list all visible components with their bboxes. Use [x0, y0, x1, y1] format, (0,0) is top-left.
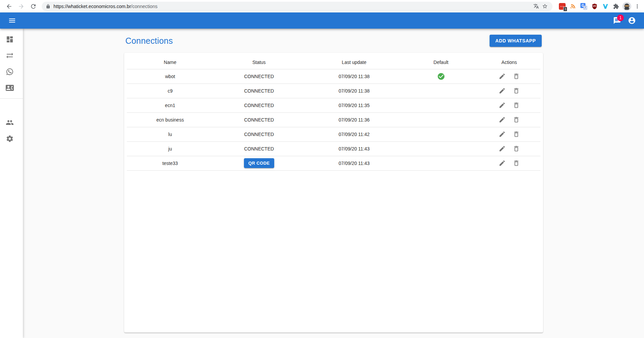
cell-actions	[478, 156, 540, 170]
cell-name: ju	[127, 141, 214, 156]
hamburger-menu-icon	[8, 16, 16, 25]
qr-code-button[interactable]: QR CODE	[244, 158, 274, 168]
edit-pencil-icon	[499, 145, 506, 152]
extensions-puzzle-button[interactable]	[612, 2, 620, 11]
cell-name: ecn business	[127, 112, 214, 127]
cell-default	[404, 141, 478, 156]
edit-connection-button[interactable]	[497, 100, 507, 110]
delete-trash-icon	[513, 116, 520, 123]
cell-status: QR CODE	[214, 156, 305, 170]
delete-connection-button[interactable]	[511, 86, 521, 96]
table-row: teste33 QR CODE 07/09/20 11:43	[127, 156, 540, 170]
column-header-status: Status	[214, 56, 305, 69]
back-arrow-icon	[6, 3, 12, 10]
dashboard-icon	[6, 35, 14, 43]
table-row: ecn business CONNECTED 07/09/20 11:36	[127, 112, 540, 127]
edit-connection-button[interactable]	[497, 158, 507, 168]
cell-name: wbot	[127, 69, 214, 83]
edit-connection-button[interactable]	[497, 71, 507, 81]
drawer-menu-button[interactable]	[5, 13, 20, 28]
delete-connection-button[interactable]	[511, 144, 521, 154]
delete-connection-button[interactable]	[511, 115, 521, 125]
blue-v-icon: V↓	[603, 3, 608, 10]
cell-status: CONNECTED	[214, 83, 305, 98]
blue-v-extension-button[interactable]: V↓	[601, 2, 610, 11]
column-header-default: Default	[404, 56, 478, 69]
edit-pencil-icon	[499, 73, 506, 80]
edit-pencil-icon	[499, 116, 506, 123]
account-menu-button[interactable]	[624, 13, 639, 28]
translate-page-button[interactable]	[532, 2, 540, 11]
table-row: c9 CONNECTED 07/09/20 11:38	[127, 83, 540, 98]
forward-arrow-icon	[18, 3, 25, 10]
delete-trash-icon	[513, 102, 520, 109]
connections-table: NameStatusLast updateDefaultActions wbot…	[127, 56, 540, 171]
star-icon	[542, 3, 548, 9]
translate-extension-icon: G文	[580, 3, 587, 10]
reload-icon	[30, 3, 37, 10]
contact-phone-icon	[6, 84, 14, 92]
sidebar-item-connections[interactable]	[0, 47, 23, 64]
browser-forward-button[interactable]	[15, 1, 27, 12]
ublock-shield-icon: UO	[591, 3, 598, 10]
cell-default	[404, 127, 478, 141]
bookmark-star-button[interactable]	[540, 2, 549, 11]
edit-pencil-icon	[499, 102, 506, 109]
address-bar[interactable]: https://whaticket.economicros.com.br/con…	[42, 2, 552, 11]
browser-back-button[interactable]	[3, 1, 15, 12]
browser-menu-kebab-button[interactable]	[633, 2, 641, 11]
cell-actions	[478, 69, 540, 83]
browser-toolbar: https://whaticket.economicros.com.br/con…	[0, 0, 644, 12]
cell-last-update: 07/09/20 11:42	[305, 127, 404, 141]
translate-extension-button[interactable]: G文	[579, 2, 588, 11]
red-ellipsis-extension-button[interactable]: ... 3	[558, 2, 567, 11]
settings-gear-icon	[6, 135, 14, 143]
url-origin: https://whaticket.economicros.com.br	[53, 4, 131, 9]
sidebar-item-dashboard[interactable]	[0, 31, 23, 47]
sidebar-item-settings[interactable]	[0, 131, 23, 147]
puzzle-icon	[613, 3, 619, 9]
add-whatsapp-button[interactable]: ADD WHATSAPP	[490, 35, 542, 47]
sidebar-item-tickets[interactable]	[0, 64, 23, 80]
cell-name: lu	[127, 127, 214, 141]
table-row: ju CONNECTED 07/09/20 11:43	[127, 141, 540, 156]
url-path: /connections	[131, 4, 157, 9]
edit-connection-button[interactable]	[497, 129, 507, 139]
url-text: https://whaticket.economicros.com.br/con…	[53, 4, 532, 9]
sidebar-item-contacts[interactable]	[0, 80, 23, 96]
main-content: Connections ADD WHATSAPP NameStatusLast …	[23, 29, 644, 338]
extensions-area: ... 3 G文 UO V↓	[555, 2, 641, 11]
edit-pencil-icon	[499, 131, 506, 138]
ublock-origin-extension-button[interactable]: UO	[590, 2, 599, 11]
cell-status: CONNECTED	[214, 69, 305, 83]
sidebar-item-users[interactable]	[0, 114, 23, 131]
cell-last-update: 07/09/20 11:43	[305, 141, 404, 156]
delete-connection-button[interactable]	[511, 100, 521, 110]
edit-connection-button[interactable]	[497, 86, 507, 96]
messages-button[interactable]: 1	[610, 13, 624, 28]
browser-reload-button[interactable]	[28, 1, 39, 12]
rss-icon	[570, 3, 576, 9]
delete-trash-icon	[513, 131, 520, 138]
cell-last-update: 07/09/20 11:35	[305, 98, 404, 112]
notification-badge: 1	[617, 14, 624, 21]
cell-status: CONNECTED	[214, 98, 305, 112]
table-row: wbot CONNECTED 07/09/20 11:38	[127, 69, 540, 83]
delete-connection-button[interactable]	[511, 129, 521, 139]
sidebar-section-gap	[0, 101, 23, 114]
browser-profile-avatar[interactable]	[622, 2, 631, 11]
delete-connection-button[interactable]	[511, 158, 521, 168]
cell-actions	[478, 98, 540, 112]
account-circle-icon	[628, 16, 636, 25]
table-row: ecn1 CONNECTED 07/09/20 11:35	[127, 98, 540, 112]
cell-actions	[478, 112, 540, 127]
cell-last-update: 07/09/20 11:43	[305, 156, 404, 170]
delete-connection-button[interactable]	[511, 71, 521, 81]
cell-default	[404, 112, 478, 127]
main-header: Connections ADD WHATSAPP	[124, 33, 543, 49]
edit-connection-button[interactable]	[497, 144, 507, 154]
sidebar	[0, 29, 23, 338]
rss-extension-button[interactable]	[569, 2, 577, 11]
kebab-menu-icon	[634, 3, 640, 9]
edit-connection-button[interactable]	[497, 115, 507, 125]
